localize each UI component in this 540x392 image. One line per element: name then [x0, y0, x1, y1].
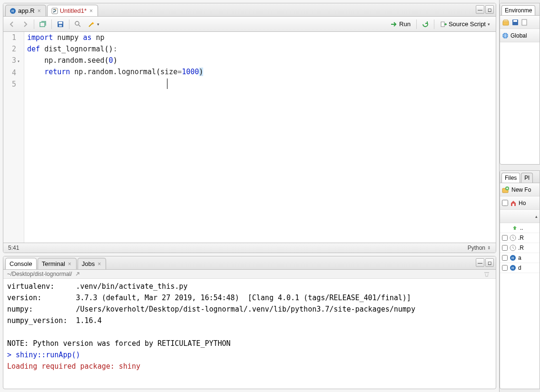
load-icon[interactable]: [502, 19, 510, 26]
file-name: d: [518, 265, 521, 271]
close-icon[interactable]: ×: [97, 261, 102, 267]
scope-label[interactable]: Global: [511, 32, 527, 39]
window-controls: — ◻: [476, 258, 494, 267]
maximize-icon[interactable]: ◻: [485, 258, 494, 267]
cursor-position: 5:41: [8, 245, 19, 251]
select-all-checkbox[interactable]: [502, 200, 508, 206]
home-label[interactable]: Ho: [519, 200, 526, 206]
panel-tabs: Files Pl: [500, 171, 540, 183]
panel-tabs: Environme: [500, 3, 540, 16]
minimize-icon[interactable]: —: [476, 5, 484, 14]
main-column: R app.R × Untitled1* × — ◻: [0, 0, 500, 392]
folder-up-icon: [511, 225, 518, 231]
svg-rect-11: [503, 21, 509, 25]
tab-terminal[interactable]: Terminal ×: [38, 258, 77, 269]
popout-icon[interactable]: [75, 271, 80, 277]
svg-rect-10: [484, 272, 489, 273]
minimize-icon[interactable]: —: [476, 258, 484, 267]
tab-label: app.R: [18, 7, 35, 14]
editor-tab-app-r[interactable]: R app.R ×: [5, 5, 46, 16]
file-checkbox[interactable]: [502, 235, 508, 241]
side-column: Environme Global Files: [500, 0, 540, 392]
tab-console[interactable]: Console: [5, 258, 37, 269]
file-row[interactable]: Rd: [500, 263, 540, 273]
svg-text:R: R: [11, 9, 14, 13]
editor-status-bar: 5:41 Python ⇕: [3, 243, 496, 253]
editor-toolbar: ▾ Run Source Script ▾: [3, 17, 496, 32]
tab-plots[interactable]: Pl: [521, 173, 533, 183]
editor-pane: R app.R × Untitled1* × — ◻: [3, 3, 496, 253]
file-icon: [510, 235, 516, 241]
source-label: Source Script: [449, 20, 486, 28]
code-content[interactable]: import numpy as npdef dist_lognormal(): …: [24, 32, 496, 243]
svg-rect-9: [441, 22, 444, 27]
tab-jobs[interactable]: Jobs ×: [78, 258, 106, 269]
files-header: ▴: [500, 210, 540, 223]
editor-tab-untitled[interactable]: Untitled1* ×: [47, 5, 98, 16]
r-file-icon: R: [10, 8, 16, 14]
svg-rect-14: [522, 20, 527, 25]
file-checkbox[interactable]: [502, 265, 508, 271]
close-icon[interactable]: ×: [67, 261, 72, 267]
file-checkbox[interactable]: [502, 255, 508, 261]
file-icon: [510, 245, 516, 251]
language-selector[interactable]: Python ⇕: [468, 245, 491, 251]
rerun-button[interactable]: [420, 19, 431, 30]
svg-rect-6: [59, 22, 62, 24]
svg-rect-4: [40, 22, 45, 27]
svg-rect-7: [59, 25, 62, 27]
file-checkbox[interactable]: [502, 245, 508, 251]
env-scope-bar: Global: [500, 29, 540, 42]
chevron-down-icon: ▾: [488, 22, 490, 27]
file-row[interactable]: Ra: [500, 253, 540, 263]
home-icon[interactable]: [510, 200, 517, 206]
file-up-row[interactable]: ..: [500, 223, 540, 233]
close-icon[interactable]: ×: [37, 8, 42, 14]
forward-button[interactable]: [20, 19, 31, 30]
code-editor[interactable]: 123 ▾45 import numpy as npdef dist_logno…: [3, 32, 496, 243]
file-name: a: [518, 255, 521, 261]
find-button[interactable]: [72, 19, 84, 30]
file-name: .R: [518, 245, 524, 251]
svg-rect-13: [513, 20, 517, 22]
wand-button[interactable]: ▾: [86, 19, 101, 30]
new-folder-icon[interactable]: [502, 186, 510, 194]
tab-environment[interactable]: Environme: [501, 5, 535, 15]
window-controls: — ◻: [476, 5, 494, 14]
chevron-down-icon: ▾: [97, 22, 99, 27]
env-toolbar: [500, 16, 540, 29]
save-button[interactable]: [55, 19, 66, 30]
files-panel: Files Pl New Fo Ho ▴: [500, 170, 540, 389]
svg-point-8: [75, 21, 79, 25]
console-path: ~/Desktop/dist-lognormal/: [7, 271, 72, 277]
editor-tab-bar: R app.R × Untitled1* × — ◻: [3, 3, 496, 17]
run-button[interactable]: Run: [388, 19, 413, 30]
tab-files[interactable]: Files: [501, 173, 520, 183]
files-breadcrumb: Ho: [500, 196, 540, 210]
source-button[interactable]: Source Script ▾: [437, 19, 493, 30]
console-output[interactable]: virtualenv: .venv/bin/activate_this.pyve…: [3, 279, 496, 389]
line-gutter: 123 ▾45: [3, 32, 24, 243]
console-pane: Console Terminal × Jobs × — ◻ ~/Desktop/…: [3, 256, 496, 389]
file-icon: R: [510, 255, 516, 261]
files-toolbar: New Fo: [500, 183, 540, 196]
console-path-bar: ~/Desktop/dist-lognormal/: [3, 270, 496, 279]
file-row[interactable]: .R: [500, 243, 540, 253]
svg-text:R: R: [511, 266, 514, 270]
clear-console-icon[interactable]: [483, 271, 490, 277]
show-in-new-window-button[interactable]: [37, 19, 49, 30]
python-file-icon: [51, 8, 58, 14]
sort-icon[interactable]: ▴: [535, 214, 538, 219]
file-row[interactable]: .R: [500, 233, 540, 243]
svg-text:R: R: [511, 256, 514, 260]
close-icon[interactable]: ×: [88, 8, 94, 14]
import-icon[interactable]: [521, 19, 529, 26]
file-name: .R: [518, 235, 524, 241]
svg-rect-18: [512, 204, 514, 206]
new-folder-label[interactable]: New Fo: [511, 186, 531, 193]
back-button[interactable]: [6, 19, 18, 30]
maximize-icon[interactable]: ◻: [485, 5, 494, 14]
svg-point-3: [55, 9, 56, 10]
save-icon[interactable]: [511, 19, 519, 26]
svg-rect-2: [52, 8, 58, 14]
